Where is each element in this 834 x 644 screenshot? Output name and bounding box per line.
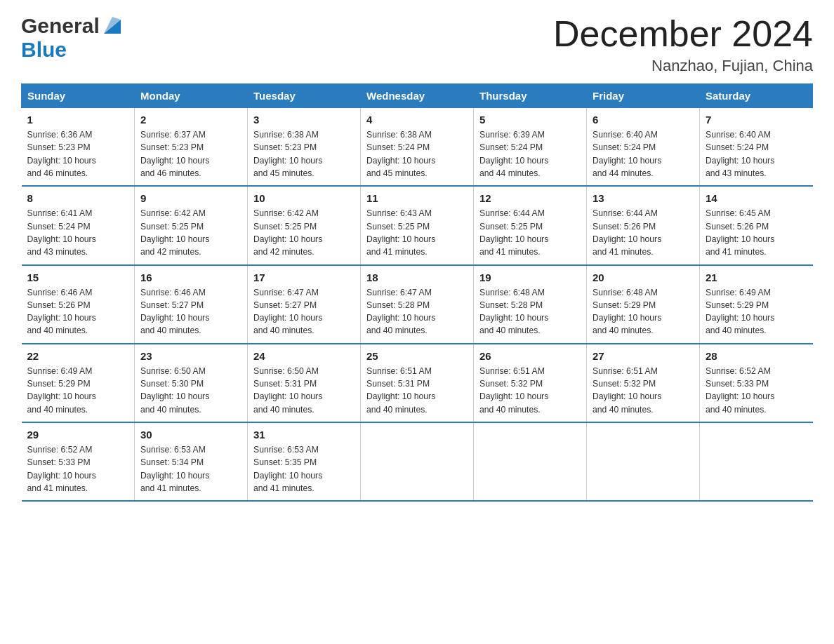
day-number: 14 xyxy=(706,192,807,204)
day-number: 2 xyxy=(140,114,241,126)
day-info: Sunrise: 6:53 AM Sunset: 5:35 PM Dayligh… xyxy=(253,443,355,495)
day-number: 30 xyxy=(140,429,241,441)
day-info: Sunrise: 6:48 AM Sunset: 5:28 PM Dayligh… xyxy=(479,286,581,337)
logo-triangle-icon xyxy=(101,14,124,36)
calendar-cell xyxy=(361,422,474,501)
calendar-cell xyxy=(587,422,700,501)
day-info: Sunrise: 6:38 AM Sunset: 5:23 PM Dayligh… xyxy=(253,128,355,180)
day-info: Sunrise: 6:42 AM Sunset: 5:25 PM Dayligh… xyxy=(253,207,355,258)
calendar-cell: 25 Sunrise: 6:51 AM Sunset: 5:31 PM Dayl… xyxy=(361,344,474,422)
day-number: 27 xyxy=(593,350,694,362)
calendar-cell: 2 Sunrise: 6:37 AM Sunset: 5:23 PM Dayli… xyxy=(135,108,248,187)
calendar-cell: 17 Sunrise: 6:47 AM Sunset: 5:27 PM Dayl… xyxy=(248,265,361,344)
calendar-cell: 27 Sunrise: 6:51 AM Sunset: 5:32 PM Dayl… xyxy=(587,344,700,422)
day-info: Sunrise: 6:36 AM Sunset: 5:23 PM Dayligh… xyxy=(27,128,129,180)
column-header-monday: Monday xyxy=(135,84,248,108)
day-info: Sunrise: 6:48 AM Sunset: 5:29 PM Dayligh… xyxy=(593,286,694,337)
day-number: 25 xyxy=(366,350,468,362)
location-text: Nanzhao, Fujian, China xyxy=(553,57,813,75)
title-block: December 2024 Nanzhao, Fujian, China xyxy=(553,14,813,75)
day-info: Sunrise: 6:39 AM Sunset: 5:24 PM Dayligh… xyxy=(479,128,581,180)
calendar-cell: 1 Sunrise: 6:36 AM Sunset: 5:23 PM Dayli… xyxy=(22,108,135,187)
calendar-cell: 23 Sunrise: 6:50 AM Sunset: 5:30 PM Dayl… xyxy=(135,344,248,422)
calendar-cell: 26 Sunrise: 6:51 AM Sunset: 5:32 PM Dayl… xyxy=(474,344,587,422)
day-number: 20 xyxy=(593,271,694,283)
day-info: Sunrise: 6:38 AM Sunset: 5:24 PM Dayligh… xyxy=(366,128,468,180)
day-number: 4 xyxy=(366,114,468,126)
logo-blue-text: Blue xyxy=(21,38,67,62)
day-info: Sunrise: 6:51 AM Sunset: 5:32 PM Dayligh… xyxy=(593,365,694,416)
calendar-cell: 14 Sunrise: 6:45 AM Sunset: 5:26 PM Dayl… xyxy=(700,186,813,264)
day-info: Sunrise: 6:47 AM Sunset: 5:28 PM Dayligh… xyxy=(366,286,468,337)
day-number: 3 xyxy=(253,114,355,126)
week-row-2: 8 Sunrise: 6:41 AM Sunset: 5:24 PM Dayli… xyxy=(22,186,813,264)
column-header-wednesday: Wednesday xyxy=(361,84,474,108)
calendar-table: SundayMondayTuesdayWednesdayThursdayFrid… xyxy=(21,83,813,502)
calendar-cell: 10 Sunrise: 6:42 AM Sunset: 5:25 PM Dayl… xyxy=(248,186,361,264)
day-info: Sunrise: 6:51 AM Sunset: 5:32 PM Dayligh… xyxy=(479,365,581,416)
day-info: Sunrise: 6:43 AM Sunset: 5:25 PM Dayligh… xyxy=(366,207,468,258)
day-number: 1 xyxy=(27,114,129,126)
day-number: 13 xyxy=(593,192,694,204)
day-info: Sunrise: 6:51 AM Sunset: 5:31 PM Dayligh… xyxy=(366,365,468,416)
day-number: 15 xyxy=(27,271,129,283)
calendar-cell: 21 Sunrise: 6:49 AM Sunset: 5:29 PM Dayl… xyxy=(700,265,813,344)
day-number: 26 xyxy=(479,350,581,362)
calendar-cell xyxy=(700,422,813,501)
column-header-tuesday: Tuesday xyxy=(248,84,361,108)
day-info: Sunrise: 6:53 AM Sunset: 5:34 PM Dayligh… xyxy=(140,443,241,495)
day-info: Sunrise: 6:49 AM Sunset: 5:29 PM Dayligh… xyxy=(706,286,807,337)
day-number: 22 xyxy=(27,350,129,362)
calendar-cell: 13 Sunrise: 6:44 AM Sunset: 5:26 PM Dayl… xyxy=(587,186,700,264)
day-number: 28 xyxy=(706,350,807,362)
day-number: 10 xyxy=(253,192,355,204)
day-info: Sunrise: 6:49 AM Sunset: 5:29 PM Dayligh… xyxy=(27,365,129,416)
day-number: 11 xyxy=(366,192,468,204)
day-info: Sunrise: 6:44 AM Sunset: 5:26 PM Dayligh… xyxy=(593,207,694,258)
column-header-friday: Friday xyxy=(587,84,700,108)
column-header-saturday: Saturday xyxy=(700,84,813,108)
calendar-cell: 11 Sunrise: 6:43 AM Sunset: 5:25 PM Dayl… xyxy=(361,186,474,264)
calendar-cell: 7 Sunrise: 6:40 AM Sunset: 5:24 PM Dayli… xyxy=(700,108,813,187)
day-number: 19 xyxy=(479,271,581,283)
day-info: Sunrise: 6:37 AM Sunset: 5:23 PM Dayligh… xyxy=(140,128,241,180)
day-number: 6 xyxy=(593,114,694,126)
day-number: 5 xyxy=(479,114,581,126)
day-number: 29 xyxy=(27,429,129,441)
logo-general-text: General xyxy=(21,14,100,38)
day-info: Sunrise: 6:44 AM Sunset: 5:25 PM Dayligh… xyxy=(479,207,581,258)
calendar-cell: 24 Sunrise: 6:50 AM Sunset: 5:31 PM Dayl… xyxy=(248,344,361,422)
calendar-cell: 29 Sunrise: 6:52 AM Sunset: 5:33 PM Dayl… xyxy=(22,422,135,501)
page-header: General Blue December 2024 Nanzhao, Fuji… xyxy=(21,14,813,75)
calendar-cell xyxy=(474,422,587,501)
day-info: Sunrise: 6:46 AM Sunset: 5:27 PM Dayligh… xyxy=(140,286,241,337)
week-row-4: 22 Sunrise: 6:49 AM Sunset: 5:29 PM Dayl… xyxy=(22,344,813,422)
calendar-cell: 12 Sunrise: 6:44 AM Sunset: 5:25 PM Dayl… xyxy=(474,186,587,264)
day-info: Sunrise: 6:41 AM Sunset: 5:24 PM Dayligh… xyxy=(27,207,129,258)
calendar-cell: 28 Sunrise: 6:52 AM Sunset: 5:33 PM Dayl… xyxy=(700,344,813,422)
day-number: 21 xyxy=(706,271,807,283)
day-number: 12 xyxy=(479,192,581,204)
week-row-1: 1 Sunrise: 6:36 AM Sunset: 5:23 PM Dayli… xyxy=(22,108,813,187)
day-info: Sunrise: 6:46 AM Sunset: 5:26 PM Dayligh… xyxy=(27,286,129,337)
calendar-cell: 20 Sunrise: 6:48 AM Sunset: 5:29 PM Dayl… xyxy=(587,265,700,344)
calendar-cell: 5 Sunrise: 6:39 AM Sunset: 5:24 PM Dayli… xyxy=(474,108,587,187)
day-number: 24 xyxy=(253,350,355,362)
day-info: Sunrise: 6:45 AM Sunset: 5:26 PM Dayligh… xyxy=(706,207,807,258)
column-header-thursday: Thursday xyxy=(474,84,587,108)
calendar-cell: 9 Sunrise: 6:42 AM Sunset: 5:25 PM Dayli… xyxy=(135,186,248,264)
day-number: 31 xyxy=(253,429,355,441)
logo: General Blue xyxy=(21,14,124,62)
calendar-cell: 15 Sunrise: 6:46 AM Sunset: 5:26 PM Dayl… xyxy=(22,265,135,344)
day-info: Sunrise: 6:50 AM Sunset: 5:31 PM Dayligh… xyxy=(253,365,355,416)
calendar-cell: 6 Sunrise: 6:40 AM Sunset: 5:24 PM Dayli… xyxy=(587,108,700,187)
calendar-cell: 3 Sunrise: 6:38 AM Sunset: 5:23 PM Dayli… xyxy=(248,108,361,187)
calendar-cell: 8 Sunrise: 6:41 AM Sunset: 5:24 PM Dayli… xyxy=(22,186,135,264)
day-number: 16 xyxy=(140,271,241,283)
calendar-cell: 4 Sunrise: 6:38 AM Sunset: 5:24 PM Dayli… xyxy=(361,108,474,187)
day-info: Sunrise: 6:40 AM Sunset: 5:24 PM Dayligh… xyxy=(593,128,694,180)
day-info: Sunrise: 6:42 AM Sunset: 5:25 PM Dayligh… xyxy=(140,207,241,258)
week-row-3: 15 Sunrise: 6:46 AM Sunset: 5:26 PM Dayl… xyxy=(22,265,813,344)
day-number: 8 xyxy=(27,192,129,204)
month-title: December 2024 xyxy=(553,14,813,54)
